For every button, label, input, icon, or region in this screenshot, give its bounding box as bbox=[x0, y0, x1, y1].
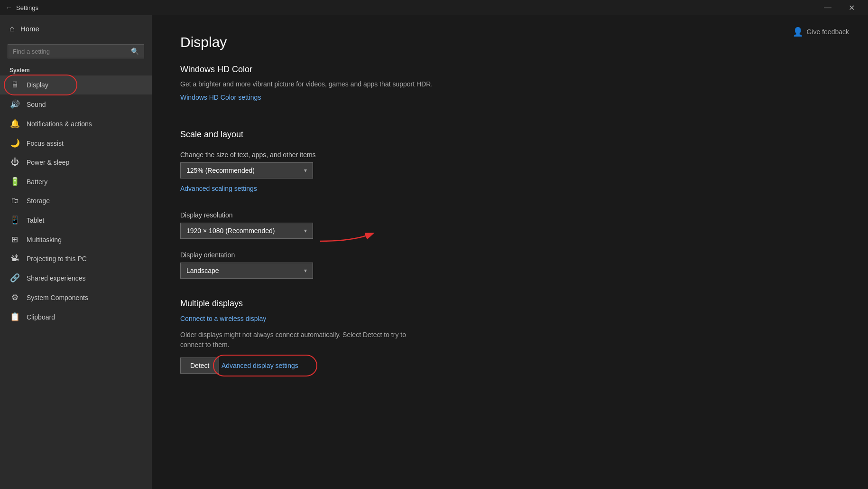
size-label: Change the size of text, apps, and other… bbox=[180, 151, 840, 159]
detect-description: Older displays might not always connect … bbox=[180, 330, 417, 350]
sidebar-item-projecting[interactable]: 📽 Projecting to this PC bbox=[0, 249, 152, 268]
scale-dropdown-arrow: ▾ bbox=[304, 167, 307, 174]
sidebar: ⌂ Home 🔍 System 🖥 Display 🔊 Sound 🔔 Noti… bbox=[0, 15, 152, 489]
resolution-label: Display resolution bbox=[180, 211, 840, 219]
sound-icon: 🔊 bbox=[9, 99, 20, 109]
sidebar-item-notifications[interactable]: 🔔 Notifications & actions bbox=[0, 114, 152, 133]
scale-dropdown-value: 125% (Recommended) bbox=[186, 167, 255, 174]
sidebar-item-battery-label: Battery bbox=[27, 178, 47, 186]
home-label: Home bbox=[20, 25, 39, 33]
titlebar-title: Settings bbox=[16, 4, 38, 11]
app-body: ⌂ Home 🔍 System 🖥 Display 🔊 Sound 🔔 Noti… bbox=[0, 15, 868, 489]
sidebar-item-components[interactable]: ⚙ System Components bbox=[0, 288, 152, 307]
sidebar-item-shared[interactable]: 🔗 Shared experiences bbox=[0, 268, 152, 288]
advanced-display-settings-link[interactable]: Advanced display settings bbox=[222, 359, 298, 372]
shared-icon: 🔗 bbox=[9, 273, 20, 283]
content-area: 👤 Give feedback Display Windows HD Color… bbox=[152, 15, 868, 489]
wireless-display-link[interactable]: Connect to a wireless display bbox=[180, 315, 266, 322]
resolution-dropdown-value: 1920 × 1080 (Recommended) bbox=[186, 227, 275, 235]
components-icon: ⚙ bbox=[9, 292, 20, 302]
sidebar-item-projecting-label: Projecting to this PC bbox=[27, 255, 87, 263]
tablet-icon: 📱 bbox=[9, 215, 20, 225]
search-icon: 🔍 bbox=[131, 47, 139, 55]
orientation-dropdown[interactable]: Landscape ▾ bbox=[180, 263, 313, 279]
sidebar-item-sound-label: Sound bbox=[27, 101, 46, 108]
sidebar-item-components-label: System Components bbox=[27, 294, 88, 301]
page-title: Display bbox=[180, 34, 840, 50]
scale-layout-title: Scale and layout bbox=[180, 130, 840, 140]
scale-dropdown[interactable]: 125% (Recommended) ▾ bbox=[180, 162, 313, 179]
advanced-scaling-link[interactable]: Advanced scaling settings bbox=[180, 185, 257, 192]
titlebar-controls: — ✕ bbox=[817, 0, 862, 15]
sidebar-section-label: System bbox=[0, 64, 152, 75]
back-button[interactable]: ← bbox=[6, 4, 12, 11]
sidebar-item-multitasking[interactable]: ⊞ Multitasking bbox=[0, 230, 152, 249]
orientation-dropdown-value: Landscape bbox=[186, 267, 219, 274]
projecting-icon: 📽 bbox=[9, 254, 20, 263]
sidebar-item-tablet[interactable]: 📱 Tablet bbox=[0, 210, 152, 230]
clipboard-icon: 📋 bbox=[9, 312, 20, 322]
hd-color-description: Get a brighter and more vibrant picture … bbox=[180, 79, 840, 89]
sidebar-item-shared-label: Shared experiences bbox=[27, 274, 86, 282]
orientation-dropdown-arrow: ▾ bbox=[304, 267, 307, 274]
resolution-dropdown-arrow: ▾ bbox=[304, 227, 307, 234]
battery-icon: 🔋 bbox=[9, 177, 20, 187]
sidebar-item-storage[interactable]: 🗂 Storage bbox=[0, 191, 152, 210]
sidebar-item-tablet-label: Tablet bbox=[27, 216, 44, 224]
sidebar-item-power[interactable]: ⏻ Power & sleep bbox=[0, 153, 152, 172]
sidebar-item-display[interactable]: 🖥 Display bbox=[0, 75, 152, 94]
storage-icon: 🗂 bbox=[9, 196, 20, 206]
display-icon: 🖥 bbox=[9, 80, 20, 90]
feedback-icon: 👤 bbox=[793, 27, 803, 37]
search-input[interactable] bbox=[13, 48, 131, 55]
advanced-display-link-wrap: Advanced display settings bbox=[222, 359, 298, 372]
sidebar-item-focus[interactable]: 🌙 Focus assist bbox=[0, 133, 152, 153]
sidebar-item-display-label: Display bbox=[27, 81, 48, 89]
sidebar-item-multitasking-label: Multitasking bbox=[27, 236, 62, 244]
notifications-icon: 🔔 bbox=[9, 119, 20, 129]
sidebar-item-power-label: Power & sleep bbox=[27, 159, 69, 166]
sidebar-item-storage-label: Storage bbox=[27, 197, 50, 205]
sidebar-item-clipboard[interactable]: 📋 Clipboard bbox=[0, 307, 152, 327]
sidebar-home[interactable]: ⌂ Home bbox=[0, 15, 152, 42]
home-icon: ⌂ bbox=[9, 24, 15, 34]
orientation-label: Display orientation bbox=[180, 251, 840, 259]
sidebar-item-sound[interactable]: 🔊 Sound bbox=[0, 94, 152, 114]
resolution-dropdown-wrap: 1920 × 1080 (Recommended) ▾ bbox=[180, 223, 313, 244]
search-box[interactable]: 🔍 bbox=[8, 44, 144, 58]
hd-color-title: Windows HD Color bbox=[180, 65, 840, 75]
resolution-arrow-annotation bbox=[315, 224, 382, 243]
titlebar: ← Settings — ✕ bbox=[0, 0, 868, 15]
give-feedback-button[interactable]: 👤 Give feedback bbox=[793, 27, 850, 37]
give-feedback-label: Give feedback bbox=[807, 28, 850, 36]
minimize-button[interactable]: — bbox=[817, 0, 839, 15]
detect-button[interactable]: Detect bbox=[180, 357, 219, 374]
close-button[interactable]: ✕ bbox=[840, 0, 862, 15]
sidebar-item-focus-label: Focus assist bbox=[27, 140, 64, 147]
multitasking-icon: ⊞ bbox=[9, 235, 20, 244]
hd-color-settings-link[interactable]: Windows HD Color settings bbox=[180, 94, 261, 101]
resolution-dropdown[interactable]: 1920 × 1080 (Recommended) ▾ bbox=[180, 223, 313, 239]
multiple-displays-title: Multiple displays bbox=[180, 299, 840, 309]
focus-icon: 🌙 bbox=[9, 138, 20, 148]
sidebar-item-notifications-label: Notifications & actions bbox=[27, 120, 92, 128]
sidebar-item-clipboard-label: Clipboard bbox=[27, 313, 55, 321]
sidebar-item-battery[interactable]: 🔋 Battery bbox=[0, 172, 152, 191]
power-icon: ⏻ bbox=[9, 158, 20, 167]
